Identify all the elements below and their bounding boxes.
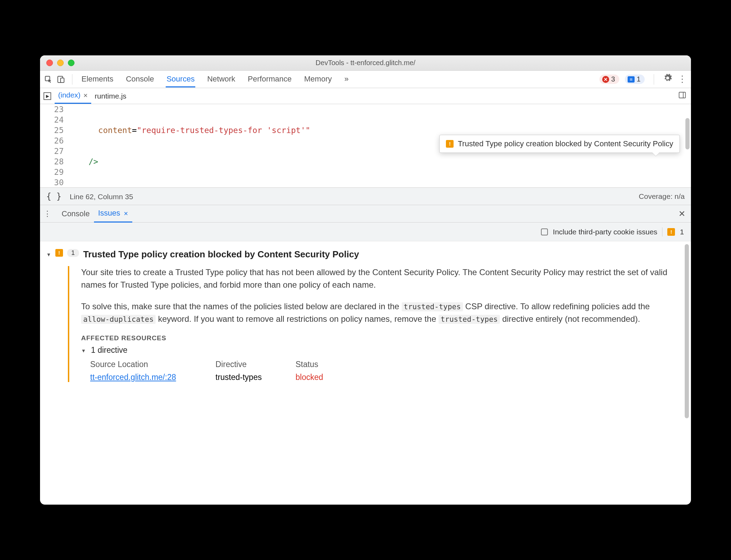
panel-tabs: Elements Console Sources Network Perform… bbox=[81, 71, 349, 87]
tab-network[interactable]: Network bbox=[206, 71, 236, 87]
issue-count-pill: 1 bbox=[67, 249, 79, 257]
source-tab-index[interactable]: (index) ✕ bbox=[55, 88, 91, 104]
navigator-toggle-icon[interactable]: ▶ bbox=[44, 92, 51, 100]
pretty-print-icon[interactable]: { } bbox=[46, 192, 61, 201]
coverage-status: Coverage: n/a bbox=[639, 192, 685, 201]
affected-resources-heading: AFFECTED RESOURCES bbox=[81, 334, 674, 342]
issue-paragraph: Your site tries to create a Trusted Type… bbox=[81, 266, 674, 291]
settings-gear-icon[interactable] bbox=[663, 73, 672, 85]
message-icon: ≡ bbox=[628, 76, 635, 83]
close-icon[interactable]: ✕ bbox=[124, 211, 128, 217]
close-drawer-icon[interactable]: ✕ bbox=[678, 209, 685, 219]
message-badge[interactable]: ≡ 1 bbox=[625, 75, 645, 84]
zoom-window-button[interactable] bbox=[68, 60, 74, 66]
tab-memory[interactable]: Memory bbox=[304, 71, 332, 87]
third-party-checkbox[interactable] bbox=[541, 228, 548, 235]
code-editor[interactable]: 2324252627282930 content="require-truste… bbox=[40, 104, 691, 188]
warning-icon: ! bbox=[446, 140, 454, 148]
tabs-overflow[interactable]: » bbox=[344, 71, 349, 87]
message-count: 1 bbox=[637, 75, 640, 83]
tab-sources[interactable]: Sources bbox=[166, 71, 195, 87]
warn-count: 1 bbox=[680, 228, 684, 236]
scrollbar-thumb[interactable] bbox=[685, 244, 689, 418]
inspect-icon[interactable] bbox=[44, 75, 53, 84]
warning-icon: ! bbox=[55, 249, 63, 257]
status-value: blocked bbox=[296, 373, 372, 382]
affected-resources-table: Source Location Directive Status tt-enfo… bbox=[90, 360, 674, 382]
source-location-link[interactable]: tt-enforced.glitch.me/:28 bbox=[90, 373, 176, 382]
window-title: DevTools - tt-enforced.glitch.me/ bbox=[40, 59, 691, 67]
col-status: Status bbox=[296, 360, 372, 369]
close-icon[interactable]: ✕ bbox=[83, 93, 88, 99]
tab-performance[interactable]: Performance bbox=[247, 71, 292, 87]
issue-title: Trusted Type policy creation blocked by … bbox=[83, 249, 359, 260]
panel-tabstrip: Elements Console Sources Network Perform… bbox=[40, 71, 691, 88]
drawer-menu-icon[interactable]: ⋮ bbox=[44, 209, 51, 218]
issue-header[interactable]: ▼ ! 1 Trusted Type policy creation block… bbox=[44, 248, 687, 266]
error-count: 3 bbox=[611, 75, 615, 83]
error-icon: ✕ bbox=[602, 76, 609, 83]
more-menu-icon[interactable]: ⋮ bbox=[678, 74, 687, 85]
col-source-location: Source Location bbox=[90, 360, 215, 369]
inline-tooltip: ! Trusted Type policy creation blocked b… bbox=[439, 135, 680, 153]
svg-rect-3 bbox=[679, 92, 685, 98]
drawer-tab-issues[interactable]: Issues ✕ bbox=[94, 205, 133, 223]
tab-elements[interactable]: Elements bbox=[81, 71, 114, 87]
editor-statusbar: { } Line 62, Column 35 Coverage: n/a bbox=[40, 188, 691, 205]
col-directive: Directive bbox=[215, 360, 296, 369]
issues-toolbar: Include third-party cookie issues ! 1 bbox=[40, 223, 691, 241]
titlebar: DevTools - tt-enforced.glitch.me/ bbox=[40, 55, 691, 71]
window-controls bbox=[46, 60, 74, 66]
tooltip-text: Trusted Type policy creation blocked by … bbox=[458, 139, 673, 148]
warning-icon[interactable]: ! bbox=[667, 228, 675, 236]
device-toolbar-icon[interactable] bbox=[56, 75, 66, 84]
sidebar-toggle-icon[interactable] bbox=[678, 91, 686, 101]
drawer-tab-console[interactable]: Console bbox=[57, 206, 94, 222]
issue-paragraph: To solve this, make sure that the names … bbox=[81, 300, 674, 325]
close-window-button[interactable] bbox=[46, 60, 53, 66]
minimize-window-button[interactable] bbox=[57, 60, 64, 66]
disclosure-triangle-icon[interactable]: ▼ bbox=[46, 252, 51, 257]
cursor-position: Line 62, Column 35 bbox=[70, 193, 133, 201]
tab-console[interactable]: Console bbox=[125, 71, 155, 87]
sources-subtabs: ▶ (index) ✕ runtime.js bbox=[40, 88, 691, 104]
scrollbar-thumb[interactable] bbox=[685, 118, 690, 149]
third-party-label: Include third-party cookie issues bbox=[553, 228, 657, 236]
devtools-window: DevTools - tt-enforced.glitch.me/ Elemen… bbox=[40, 55, 691, 505]
issues-panel: ▼ ! 1 Trusted Type policy creation block… bbox=[40, 241, 691, 505]
drawer-tabstrip: ⋮ Console Issues ✕ ✕ bbox=[40, 205, 691, 223]
affected-directives-toggle[interactable]: ▼ 1 directive bbox=[81, 345, 674, 355]
svg-rect-2 bbox=[61, 78, 64, 83]
directive-value: trusted-types bbox=[215, 373, 296, 382]
disclosure-triangle-icon: ▼ bbox=[81, 348, 86, 353]
error-badge[interactable]: ✕ 3 bbox=[599, 75, 619, 84]
line-gutter: 2324252627282930 bbox=[40, 104, 67, 188]
issue-body: Your site tries to create a Trusted Type… bbox=[68, 266, 687, 382]
source-tab-runtime[interactable]: runtime.js bbox=[91, 89, 130, 103]
